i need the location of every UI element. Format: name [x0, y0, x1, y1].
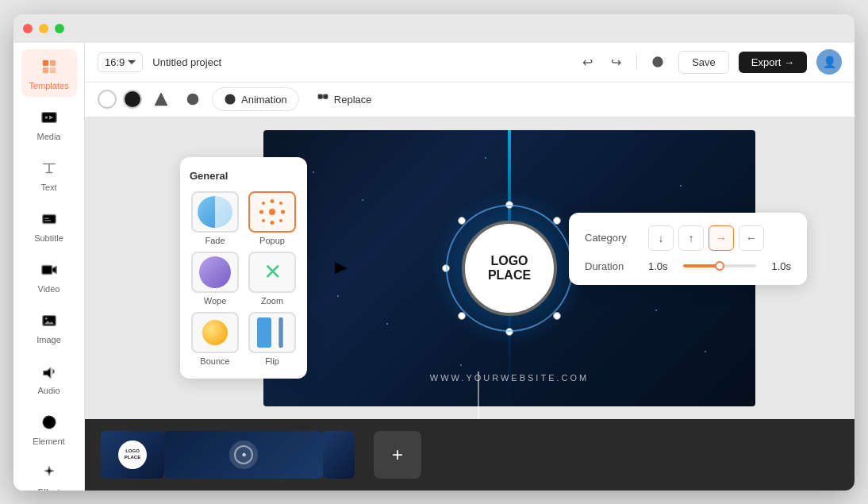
image-icon — [38, 310, 60, 332]
toolbar-divider — [636, 54, 637, 70]
svg-rect-6 — [42, 214, 56, 223]
save-button[interactable]: Save — [678, 51, 729, 74]
timeline-clip-2[interactable]: ⊕ — [164, 431, 323, 479]
subtitle-label: Subtitle — [34, 233, 63, 243]
timeline: LOGOPLACE ⊕ — [85, 419, 855, 491]
category-panel: Category ↓ ↑ → ← Duration 1.0s — [569, 213, 807, 285]
title-bar — [13, 14, 855, 43]
bounce-label: Bounce — [200, 356, 229, 366]
anim-item-flip[interactable]: Flip — [247, 312, 298, 366]
export-button[interactable]: Export → — [739, 52, 807, 73]
effect-icon — [38, 462, 60, 484]
duration-row: Duration 1.0s 1.0s — [585, 260, 791, 272]
svg-point-11 — [42, 415, 56, 429]
secondary-toolbar: Animation Replace — [85, 83, 855, 117]
anim-item-fade[interactable]: Fade — [190, 191, 240, 245]
direction-buttons: ↓ ↑ → ← — [648, 225, 764, 251]
popup-label: Popup — [259, 236, 285, 245]
anim-item-popup[interactable]: Popup — [247, 191, 298, 245]
direction-down-button[interactable]: ↓ — [648, 225, 674, 251]
replace-tab[interactable]: Replace — [305, 88, 383, 110]
canvas-wrapper: General Fade — [85, 117, 855, 419]
white-color-picker[interactable] — [98, 90, 117, 109]
main-layout: Templates Media — [13, 43, 855, 491]
svg-point-5 — [44, 116, 48, 119]
project-title: Untitled project — [152, 56, 567, 68]
svg-point-9 — [44, 317, 47, 319]
website-text: WWW.YOURWEBSITE.COM — [430, 373, 589, 383]
audio-label: Audio — [37, 386, 60, 395]
sidebar-item-media[interactable]: Media — [21, 100, 77, 148]
content-area: 16:9 Untitled project ↩ ↪ Save — [85, 43, 855, 491]
logo-circle: LOGO PLACE — [462, 221, 557, 316]
svg-rect-2 — [42, 67, 48, 72]
wope-thumb — [191, 252, 239, 293]
svg-rect-19 — [323, 94, 327, 98]
audio-icon — [38, 360, 60, 383]
popup-thumb — [248, 191, 296, 233]
subtitle-icon — [38, 208, 60, 230]
sidebar-item-effect[interactable]: Effect — [21, 456, 77, 491]
direction-up-button[interactable]: ↑ — [678, 225, 704, 251]
svg-rect-3 — [49, 67, 55, 72]
image-label: Image — [36, 335, 61, 344]
avatar[interactable]: 👤 — [816, 49, 842, 75]
anim-item-bounce[interactable]: Bounce — [190, 312, 240, 366]
element-icon — [38, 411, 60, 433]
black-color-picker[interactable] — [123, 90, 142, 109]
video-icon — [38, 259, 60, 281]
add-clip-button[interactable]: + — [374, 431, 421, 479]
animation-grid: Fade — [190, 191, 298, 366]
fade-thumb — [191, 191, 239, 233]
sidebar-item-video[interactable]: Video — [21, 252, 77, 300]
toolbar-actions: ↩ ↪ — [576, 51, 669, 73]
animation-panel: General Fade — [180, 157, 307, 379]
playhead — [478, 371, 479, 419]
wope-label: Wope — [204, 296, 227, 306]
mask-tool-button[interactable] — [180, 87, 205, 112]
text-label: Text — [40, 183, 56, 192]
timeline-track: LOGOPLACE ⊕ — [101, 431, 355, 479]
sidebar-item-element[interactable]: Element — [21, 405, 77, 452]
sidebar-item-templates[interactable]: Templates — [21, 49, 77, 97]
svg-rect-7 — [41, 265, 52, 274]
templates-label: Templates — [29, 81, 68, 90]
anim-item-zoom[interactable]: ✕ Zoom — [247, 252, 298, 306]
minimize-button[interactable] — [39, 24, 48, 33]
sidebar-item-image[interactable]: Image — [21, 303, 77, 351]
svg-rect-1 — [49, 60, 55, 65]
element-label: Element — [33, 437, 64, 446]
timeline-clip-1[interactable]: LOGOPLACE — [101, 431, 164, 479]
animation-tab[interactable]: Animation — [212, 87, 299, 111]
category-row: Category ↓ ↑ → ← — [585, 225, 791, 251]
category-label-text: Category — [585, 232, 648, 244]
duration-slider[interactable] — [683, 264, 756, 267]
direction-right-button[interactable]: → — [709, 225, 734, 251]
anim-item-wope[interactable]: Wope — [190, 252, 240, 306]
direction-left-button[interactable]: ← — [739, 225, 764, 251]
flip-thumb — [248, 312, 296, 353]
flip-label: Flip — [265, 356, 279, 366]
left-sidebar: Templates Media — [13, 43, 85, 491]
bounce-thumb — [191, 312, 239, 353]
clip-logo-small: LOGOPLACE — [118, 441, 147, 469]
sidebar-item-audio[interactable]: Audio — [21, 354, 77, 402]
crop-button[interactable] — [647, 51, 669, 73]
maximize-button[interactable] — [55, 24, 64, 33]
timeline-clip-3[interactable] — [323, 431, 355, 479]
close-button[interactable] — [23, 24, 33, 33]
sidebar-item-subtitle[interactable]: Subtitle — [21, 202, 77, 249]
templates-icon — [38, 56, 60, 78]
svg-rect-0 — [42, 60, 48, 65]
sidebar-item-text[interactable]: Text — [21, 151, 77, 198]
duration-end-value: 1.0s — [762, 260, 791, 272]
media-label: Media — [37, 132, 61, 141]
aspect-ratio-selector[interactable]: 16:9 — [98, 52, 143, 72]
redo-button[interactable]: ↪ — [605, 51, 627, 73]
zoom-label: Zoom — [261, 296, 283, 306]
undo-button[interactable]: ↩ — [576, 51, 598, 73]
animation-panel-title: General — [190, 170, 298, 182]
effect-label: Effect — [38, 487, 60, 491]
zoom-thumb: ✕ — [248, 252, 296, 293]
shape-tool-button[interactable] — [148, 87, 174, 112]
